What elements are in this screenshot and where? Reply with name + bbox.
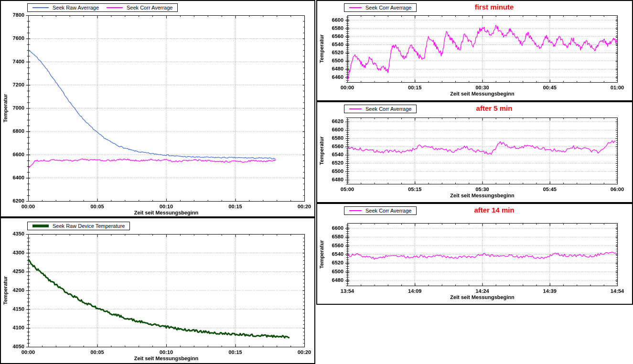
legend-label: Seek Raw Device Temperature [53, 223, 125, 229]
legend-line-sample [349, 7, 362, 8]
legend-item-corr-average: Seek Corr Averrage [107, 5, 172, 11]
legend-label: Seek Corr Averrage [365, 106, 411, 112]
legend-line-sample [349, 210, 362, 211]
chart-panel-raw-vs-corr: Seek Raw Averrage Seek Corr Averrage [0, 0, 315, 217]
chart-panel-first-minute: Seek Corr Averrage first minute [316, 0, 633, 101]
legend-line-sample [349, 108, 362, 109]
legend-box: Seek Raw Averrage Seek Corr Averrage [27, 3, 178, 12]
chart-canvas-after-14-min [317, 204, 632, 304]
legend-line-sample [107, 7, 123, 8]
legend-item-corr-average: Seek Corr Averrage [349, 5, 411, 11]
legend-line-sample [32, 225, 49, 227]
legend-label: Seek Corr Averrage [365, 5, 411, 11]
legend-box: Seek Corr Averrage [344, 206, 417, 215]
chart-panel-after-14-min: Seek Corr Averrage after 14 min [316, 203, 633, 305]
legend-box: Seek Corr Averrage [344, 105, 417, 113]
chart-title-first-minute: first minute [475, 3, 514, 11]
legend-item-raw-average: Seek Raw Averrage [32, 5, 99, 11]
chart-panel-raw-device-temperature: Seek Raw Device Temperature [0, 217, 315, 364]
chart-canvas-first-minute [317, 1, 632, 100]
chart-canvas-raw-device-temperature [1, 218, 314, 363]
legend-item-corr-average: Seek Corr Averrage [349, 106, 411, 112]
chart-canvas-after-5-min [317, 102, 632, 202]
legend-item-corr-average: Seek Corr Averrage [349, 208, 411, 214]
legend-item-raw-device-temperature: Seek Raw Device Temperature [32, 223, 125, 229]
legend-label: Seek Corr Averrage [365, 208, 411, 214]
chart-canvas-raw-vs-corr [1, 1, 314, 216]
legend-line-sample [32, 7, 49, 8]
chart-panel-after-5-min: Seek Corr Averrage after 5 min [316, 101, 633, 203]
legend-box: Seek Raw Device Temperature [27, 222, 130, 230]
chart-title-after-5-min: after 5 min [476, 104, 513, 112]
legend-label: Seek Raw Averrage [53, 5, 99, 11]
legend-label: Seek Corr Averrage [127, 5, 172, 11]
legend-box: Seek Corr Averrage [344, 3, 417, 12]
chart-title-after-14-min: after 14 min [474, 206, 514, 214]
